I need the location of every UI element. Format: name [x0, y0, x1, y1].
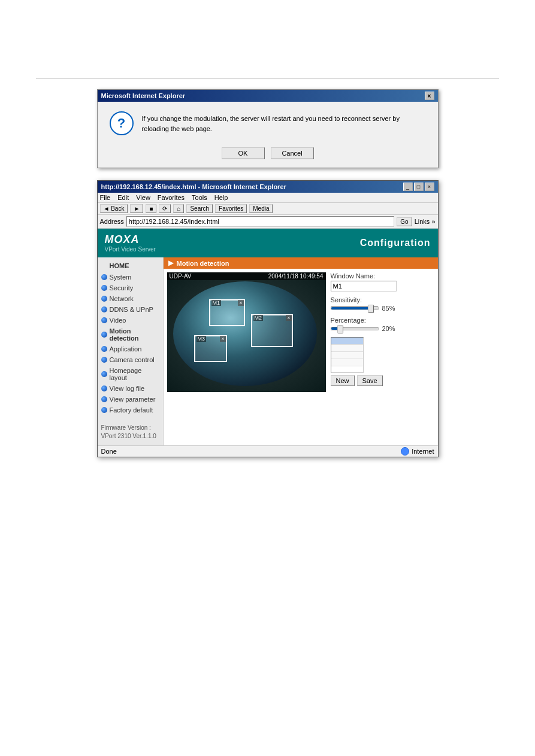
- dialog-title: Microsoft Internet Explorer: [101, 92, 186, 99]
- browser-titlebar: http://192.168.12.45/index.html - Micros…: [98, 181, 438, 193]
- firmware-info: Firmware Version : VPort 2310 Ver.1.1.0: [98, 421, 163, 443]
- refresh-button[interactable]: ⟳: [159, 204, 171, 213]
- new-button[interactable]: New: [331, 375, 355, 386]
- sidebar-item-view-log[interactable]: View log file: [98, 383, 163, 394]
- links-label[interactable]: Links »: [415, 218, 436, 225]
- sensitivity-label: Sensitivity:: [331, 296, 434, 303]
- motion-box-m3-close[interactable]: ×: [220, 336, 225, 342]
- dialog-titlebar: Microsoft Internet Explorer ×: [98, 90, 438, 102]
- action-buttons: New Save: [331, 375, 434, 386]
- video-topbar: UDP-AV 2004/11/18 10:49:54: [167, 272, 326, 280]
- browser-window-controls: _ □ ×: [403, 183, 434, 191]
- window-list-item-3[interactable]: [331, 352, 363, 359]
- dialog-body: ? If you change the modulation, the serv…: [98, 102, 438, 142]
- settings-panel: Window Name: Sensitivity:: [331, 272, 434, 392]
- video-panel: UDP-AV 2004/11/18 10:49:54 M1 ×: [167, 272, 326, 392]
- sidebar-label-network: Network: [110, 295, 134, 302]
- sidebar-label-factory: Factory default: [110, 406, 153, 414]
- browser-restore-button[interactable]: □: [414, 183, 424, 191]
- sidebar-label-motion: Motion detection: [110, 327, 159, 342]
- browser-window: http://192.168.12.45/index.html - Micros…: [97, 180, 439, 457]
- sensitivity-slider-row: 85%: [331, 305, 434, 312]
- dialog-ok-button[interactable]: OK: [222, 147, 265, 159]
- motion-box-m3[interactable]: M3 ×: [194, 335, 227, 362]
- menu-favorites[interactable]: Favorites: [158, 194, 185, 201]
- status-zone: Internet: [412, 448, 434, 455]
- sidebar-label-log: View log file: [110, 385, 145, 392]
- home-button[interactable]: ⌂: [173, 204, 184, 213]
- video-frame: UDP-AV 2004/11/18 10:49:54 M1 ×: [167, 272, 326, 392]
- motion-box-m2-close[interactable]: ×: [286, 315, 291, 321]
- search-button[interactable]: Search: [186, 204, 213, 213]
- video-background: UDP-AV 2004/11/18 10:49:54 M1 ×: [167, 272, 326, 392]
- video-globe: M1 × M2 ×: [173, 281, 317, 386]
- page-divider: [36, 78, 499, 78]
- forward-button[interactable]: ►: [130, 204, 143, 213]
- sidebar-item-security[interactable]: Security: [98, 283, 163, 293]
- address-input[interactable]: [126, 216, 394, 227]
- sidebar-bullet-icon: [101, 274, 107, 280]
- browser-close-button[interactable]: ×: [425, 183, 434, 191]
- window-name-input[interactable]: [331, 281, 397, 292]
- sidebar-item-factory-default[interactable]: Factory default: [98, 405, 163, 415]
- menu-file[interactable]: File: [100, 194, 111, 201]
- go-button[interactable]: Go: [397, 217, 412, 226]
- sensitivity-slider-fill: [331, 307, 371, 309]
- browser-minimize-button[interactable]: _: [403, 183, 413, 191]
- sidebar-item-ddns[interactable]: DDNS & UPnP: [98, 304, 163, 315]
- dialog-buttons: OK Cancel: [98, 142, 438, 168]
- status-done: Done: [101, 448, 117, 455]
- menu-tools[interactable]: Tools: [192, 194, 207, 201]
- sidebar-item-home[interactable]: HOME: [98, 260, 163, 272]
- section-title: Motion detection: [177, 260, 229, 267]
- percentage-slider-thumb[interactable]: [337, 325, 343, 333]
- moxa-body: HOME System Security Network: [98, 257, 438, 445]
- sidebar-item-motion-detection[interactable]: Motion detection: [98, 326, 163, 344]
- percentage-slider-track[interactable]: [331, 327, 379, 330]
- dialog-box: Microsoft Internet Explorer × ? If you c…: [97, 89, 439, 168]
- window-list[interactable]: [331, 337, 364, 373]
- browser-toolbar: ◄ Back ► ■ ⟳ ⌂ Search Favorites Media: [98, 203, 438, 215]
- dialog-cancel-button[interactable]: Cancel: [271, 147, 314, 159]
- motion-box-m1-close[interactable]: ×: [238, 300, 243, 306]
- sensitivity-slider-track[interactable]: [331, 306, 379, 310]
- percentage-slider-row: 20%: [331, 325, 434, 332]
- sidebar-bullet-icon: [101, 357, 107, 363]
- sidebar-item-camera-control[interactable]: Camera control: [98, 354, 163, 365]
- sidebar-item-view-parameter[interactable]: View parameter: [98, 394, 163, 405]
- motion-box-m1-label: M1: [211, 300, 222, 306]
- video-protocol: UDP-AV: [170, 273, 192, 280]
- back-button[interactable]: ◄ Back: [100, 204, 128, 213]
- stop-button[interactable]: ■: [146, 204, 156, 213]
- sidebar-item-network[interactable]: Network: [98, 293, 163, 304]
- menu-help[interactable]: Help: [214, 194, 228, 201]
- favorites-button[interactable]: Favorites: [215, 204, 247, 213]
- sidebar-bullet-icon: [101, 407, 107, 413]
- moxa-logo-subtitle: VPort Video Server: [105, 246, 156, 253]
- window-list-item-1[interactable]: [331, 338, 363, 345]
- sidebar-bullet-icon: [101, 371, 107, 377]
- motion-box-m1[interactable]: M1 ×: [209, 299, 245, 326]
- sidebar-item-application[interactable]: Application: [98, 344, 163, 354]
- sidebar-label-ddns: DDNS & UPnP: [110, 306, 153, 313]
- menu-edit[interactable]: Edit: [117, 194, 129, 201]
- window-list-item-2[interactable]: [331, 345, 363, 352]
- sidebar-item-system[interactable]: System: [98, 272, 163, 283]
- motion-box-m3-label: M3: [197, 336, 207, 342]
- sidebar-item-video[interactable]: Video: [98, 315, 163, 326]
- sidebar-bullet-icon: [101, 385, 107, 391]
- dialog-close-button[interactable]: ×: [425, 92, 434, 100]
- sidebar-item-homepage-layout[interactable]: Homepage layout: [98, 365, 163, 383]
- sidebar-label-homepage: Homepage layout: [110, 367, 159, 381]
- media-button[interactable]: Media: [249, 204, 273, 213]
- sidebar-bullet-icon: [101, 332, 107, 338]
- menu-view[interactable]: View: [136, 194, 150, 201]
- section-header: ▶ Motion detection: [164, 257, 438, 269]
- motion-box-m2[interactable]: M2 ×: [251, 314, 293, 347]
- moxa-application: MOXA VPort Video Server Configuration HO…: [98, 229, 438, 445]
- sensitivity-slider-thumb[interactable]: [368, 305, 374, 313]
- save-button[interactable]: Save: [357, 375, 383, 386]
- window-list-item-4[interactable]: [331, 359, 363, 366]
- percentage-value: 20%: [382, 325, 400, 332]
- browser-title: http://192.168.12.45/index.html - Micros…: [101, 183, 286, 190]
